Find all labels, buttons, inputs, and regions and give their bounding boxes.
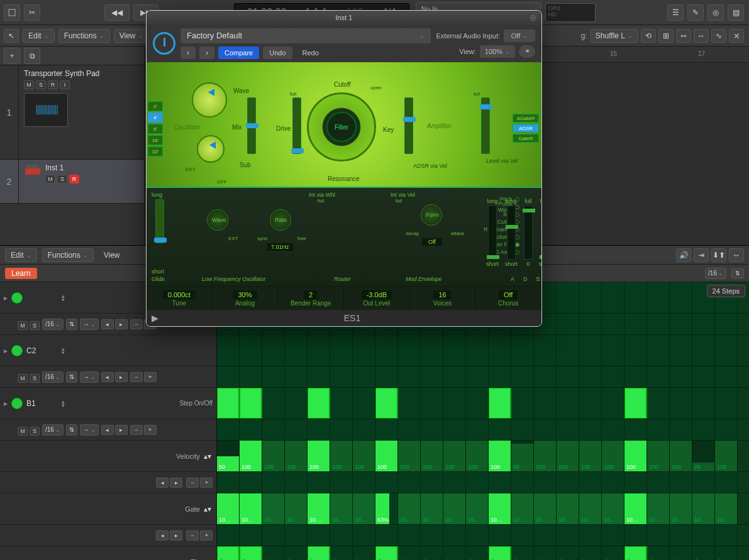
step-cell[interactable] — [579, 282, 602, 313]
step-cell[interactable] — [511, 472, 534, 493]
gate-cell[interactable]: 10… — [647, 493, 670, 524]
redo-button[interactable]: Redo — [296, 47, 325, 59]
tie-cell[interactable] — [624, 546, 647, 560]
key-slider[interactable] — [404, 97, 413, 154]
gate-cell[interactable]: 10… — [511, 493, 534, 524]
lane-rotate-left[interactable]: ◂ — [101, 319, 114, 329]
step-cell[interactable] — [692, 419, 715, 440]
step-cell[interactable] — [240, 366, 262, 387]
step-cell[interactable] — [217, 388, 240, 419]
gate-cell[interactable]: 10… — [398, 493, 421, 524]
gate-cell[interactable]: 10… — [353, 493, 375, 524]
step-cell[interactable] — [330, 525, 353, 546]
lane-dec[interactable]: − — [130, 425, 143, 435]
adsr-a-slider[interactable] — [488, 206, 497, 260]
track-s-button[interactable]: S — [57, 175, 67, 184]
mix-slider[interactable] — [247, 97, 256, 154]
zoom-select[interactable]: 100%⌄ — [480, 45, 515, 58]
step-cell[interactable] — [489, 419, 511, 440]
lane-incdec[interactable]: ⇅ — [66, 371, 77, 383]
velocity-cell[interactable]: 100 — [579, 441, 602, 471]
param-chorus[interactable]: OffChorus — [475, 287, 541, 310]
step-cell[interactable] — [421, 366, 443, 387]
step-cell[interactable] — [624, 525, 647, 546]
step-cell[interactable] — [534, 472, 557, 493]
step-cell[interactable] — [489, 388, 511, 419]
step-cell[interactable] — [579, 419, 602, 440]
step-cell[interactable] — [534, 525, 557, 546]
gate-cell[interactable]: 10… — [466, 493, 489, 524]
step-cell[interactable] — [240, 419, 262, 440]
duplicate-track-button[interactable]: ⧉ — [24, 48, 40, 64]
lane-mode[interactable]: →⌄ — [80, 371, 99, 383]
footage-4'[interactable]: 4' — [148, 113, 163, 123]
step-cell[interactable] — [557, 388, 579, 419]
seq-view-menu[interactable]: View — [99, 248, 125, 262]
step-cell[interactable] — [624, 335, 647, 366]
step-cell[interactable] — [647, 335, 670, 366]
sub-rotate-right[interactable]: ▸ — [170, 530, 182, 541]
step-cell[interactable] — [466, 472, 489, 493]
step-cell[interactable] — [715, 472, 738, 493]
wave-knob[interactable] — [192, 82, 227, 118]
param-voices[interactable]: 16Voices — [410, 287, 476, 310]
step-cell[interactable] — [375, 388, 398, 419]
step-cell[interactable] — [579, 335, 602, 366]
step-cell[interactable] — [262, 366, 285, 387]
step-cell[interactable] — [602, 419, 624, 440]
track-row[interactable]: 2 Inst 1 MSR — [0, 160, 144, 204]
step-cell[interactable] — [557, 525, 579, 546]
footage-2'[interactable]: 2' — [148, 101, 163, 111]
global-inc-dec[interactable]: ⇅ — [731, 268, 744, 278]
step-cell[interactable] — [466, 525, 489, 546]
step-cell[interactable] — [670, 314, 692, 334]
env-adsr[interactable]: ADSR — [513, 124, 539, 133]
lane-rotate-left[interactable]: ◂ — [101, 425, 114, 435]
sub-dec[interactable]: − — [186, 530, 199, 541]
env-gater[interactable]: GateR — [513, 134, 539, 143]
step-cell[interactable] — [692, 472, 715, 493]
step-cell[interactable] — [579, 525, 602, 546]
lane-m-button[interactable]: M — [18, 321, 28, 330]
step-cell[interactable] — [240, 335, 262, 366]
velocity-cell[interactable]: 100 — [443, 441, 466, 471]
tie-cell[interactable] — [262, 546, 285, 560]
sub-rotate-left[interactable]: ◂ — [156, 530, 169, 541]
step-cell[interactable] — [421, 419, 443, 440]
lane-rotate-right[interactable]: ▸ — [115, 372, 128, 382]
step-cell[interactable] — [330, 366, 353, 387]
gate-cell[interactable]: 10… — [715, 493, 738, 524]
sub-knob[interactable] — [197, 135, 225, 163]
footage-16'[interactable]: 16' — [148, 135, 163, 145]
step-cell[interactable] — [692, 366, 715, 387]
velocity-cell[interactable]: 100 — [330, 441, 353, 471]
step-cell[interactable] — [624, 388, 647, 419]
lane-s-button[interactable]: S — [30, 321, 40, 330]
step-cell[interactable] — [489, 472, 511, 493]
step-cell[interactable] — [443, 419, 466, 440]
edit-menu[interactable]: Edit⌄ — [23, 29, 55, 43]
step-cell[interactable] — [557, 366, 579, 387]
step-cell[interactable] — [353, 419, 375, 440]
step-cell[interactable] — [534, 419, 557, 440]
tie-cell[interactable] — [579, 546, 602, 560]
velocity-cell[interactable]: 100 — [557, 441, 579, 471]
gate-cell[interactable]: 10… — [692, 493, 715, 524]
step-cell[interactable] — [602, 366, 624, 387]
step-cell[interactable] — [534, 335, 557, 366]
lane-row[interactable]: ▸ B1 ▴▾ Step On/Off — [0, 388, 216, 419]
step-cell[interactable] — [624, 282, 647, 313]
tie-cell[interactable] — [489, 546, 511, 560]
step-cell[interactable] — [579, 314, 602, 334]
seq-midi-out-icon[interactable]: ⇥ — [694, 248, 709, 262]
step-cell[interactable] — [217, 419, 240, 440]
lane-m-button[interactable]: M — [18, 374, 28, 383]
step-cell[interactable] — [670, 419, 692, 440]
step-cell[interactable] — [602, 525, 624, 546]
compare-button[interactable]: Compare — [218, 47, 259, 59]
tie-cell[interactable] — [692, 546, 715, 560]
lane-division[interactable]: /16⌄ — [42, 371, 64, 383]
scissors-icon[interactable]: ✂ — [24, 4, 40, 21]
step-cell[interactable] — [557, 472, 579, 493]
velocity-cell[interactable]: 100 — [375, 441, 398, 471]
